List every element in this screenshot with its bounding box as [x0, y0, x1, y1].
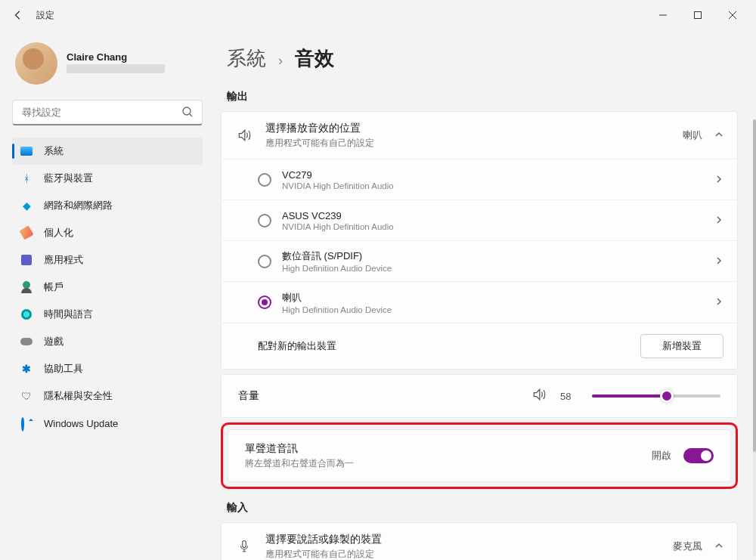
radio-unchecked-icon[interactable] [258, 255, 271, 268]
chevron-up-icon [714, 130, 723, 141]
close-icon [729, 11, 736, 19]
sidebar-item-label: 時間與語言 [44, 308, 93, 321]
radio-checked-icon[interactable] [258, 295, 271, 309]
add-device-button[interactable]: 新增裝置 [640, 334, 723, 358]
sidebar-item-privacy[interactable]: 🛡隱私權與安全性 [12, 382, 203, 410]
sidebar-item-windows-update[interactable]: Windows Update [12, 410, 203, 437]
search-icon [181, 106, 194, 121]
output-device-option[interactable]: ASUS VC239 NVIDIA High Definition Audio [222, 200, 737, 241]
sidebar-item-label: Windows Update [44, 418, 118, 429]
volume-card: 音量 58 [221, 374, 738, 418]
volume-slider-fill [592, 394, 667, 398]
content-pane: 系統 › 音效 輸出 選擇播放音效的位置 應用程式可能有自己的設定 喇叭 [212, 30, 756, 560]
svg-rect-1 [695, 12, 702, 19]
output-device-header[interactable]: 選擇播放音效的位置 應用程式可能有自己的設定 喇叭 [222, 112, 737, 159]
titlebar: 設定 [0, 0, 756, 30]
highlight-annotation: 單聲道音訊 將左聲道和右聲道合而為一 開啟 [221, 422, 738, 489]
sidebar-item-accessibility[interactable]: ✱協助工具 [12, 355, 203, 382]
sidebar-item-time-language[interactable]: 時間與語言 [12, 301, 203, 328]
search-input[interactable] [12, 100, 203, 125]
user-name: Claire Chang [67, 51, 165, 63]
output-device-subtitle: 應用程式可能有自己的設定 [265, 137, 671, 150]
arrow-left-icon [13, 10, 23, 20]
maximize-button[interactable] [680, 3, 715, 27]
page-title: 音效 [295, 45, 334, 72]
nav-list: 系統 ᚼ藍牙與裝置 ◆網路和網際網路 個人化 應用程式 帳戶 時間與語言 遊戲 … [12, 138, 203, 437]
volume-mute-icon[interactable] [531, 387, 547, 405]
user-block[interactable]: Claire Chang [12, 30, 203, 100]
speaker-icon [235, 128, 253, 143]
input-device-card: 選擇要說話或錄製的裝置 應用程式可能有自己的設定 麥克風 麥克風 [221, 522, 738, 560]
sidebar-item-gaming[interactable]: 遊戲 [12, 328, 203, 355]
device-name: 數位音訊 (S/PDIF) [282, 249, 704, 263]
chevron-right-icon [714, 255, 723, 268]
scrollbar-thumb[interactable] [753, 119, 756, 452]
input-device-current: 麥克風 [673, 540, 702, 553]
device-driver: NVIDIA High Definition Audio [282, 222, 704, 231]
chevron-right-icon [714, 173, 723, 187]
sidebar-item-label: 遊戲 [44, 335, 64, 348]
pair-device-label: 配對新的輸出裝置 [258, 339, 640, 353]
minimize-button[interactable] [646, 3, 680, 27]
sidebar-item-label: 協助工具 [44, 362, 83, 376]
device-driver: High Definition Audio Device [282, 305, 704, 314]
output-device-option[interactable]: 喇叭 High Definition Audio Device [222, 282, 737, 323]
mono-audio-card[interactable]: 單聲道音訊 將左聲道和右聲道合而為一 開啟 [228, 429, 731, 482]
device-name: VC279 [282, 169, 704, 181]
sidebar-item-bluetooth[interactable]: ᚼ藍牙與裝置 [12, 165, 203, 192]
sidebar-item-apps[interactable]: 應用程式 [12, 246, 203, 274]
output-device-option[interactable]: 數位音訊 (S/PDIF) High Definition Audio Devi… [222, 241, 737, 282]
sidebar-item-label: 應用程式 [44, 253, 83, 267]
device-name: 喇叭 [282, 291, 704, 305]
time-icon [20, 308, 33, 321]
radio-unchecked-icon[interactable] [258, 214, 271, 227]
update-icon [20, 416, 33, 430]
sidebar-item-system[interactable]: 系統 [12, 138, 203, 165]
sidebar-item-label: 藍牙與裝置 [44, 172, 93, 185]
volume-label: 音量 [238, 389, 259, 403]
mono-audio-title: 單聲道音訊 [245, 442, 640, 456]
radio-unchecked-icon[interactable] [258, 173, 271, 187]
output-device-title: 選擇播放音效的位置 [265, 122, 671, 135]
network-icon: ◆ [20, 199, 33, 212]
app-title: 設定 [36, 9, 54, 22]
mono-audio-toggle[interactable] [683, 448, 714, 463]
section-input-title: 輸入 [221, 497, 738, 522]
breadcrumb: 系統 › 音效 [221, 30, 738, 85]
close-button[interactable] [715, 3, 750, 27]
user-info: Claire Chang [67, 51, 165, 76]
window-controls [646, 3, 750, 27]
device-driver: NVIDIA High Definition Audio [282, 181, 704, 190]
sidebar-item-personalization[interactable]: 個人化 [12, 219, 203, 246]
sidebar-item-label: 帳戶 [44, 280, 64, 294]
output-device-option[interactable]: VC279 NVIDIA High Definition Audio [222, 159, 737, 200]
breadcrumb-parent[interactable]: 系統 [227, 45, 266, 72]
gaming-icon [20, 335, 33, 348]
microphone-icon [235, 539, 253, 554]
sidebar-item-network[interactable]: ◆網路和網際網路 [12, 192, 203, 219]
sidebar: Claire Chang 系統 ᚼ藍牙與裝置 ◆網路和網際網路 個人化 應用程式… [0, 30, 212, 560]
volume-slider-thumb[interactable] [660, 389, 674, 403]
input-device-header[interactable]: 選擇要說話或錄製的裝置 應用程式可能有自己的設定 麥克風 [222, 523, 737, 560]
device-name: ASUS VC239 [282, 210, 704, 221]
volume-value: 58 [560, 391, 578, 402]
chevron-right-icon: › [278, 53, 283, 69]
mono-audio-state: 開啟 [652, 449, 671, 463]
svg-line-5 [190, 114, 192, 116]
apps-icon [20, 253, 33, 267]
personalization-icon [20, 226, 33, 240]
chevron-right-icon [714, 295, 723, 309]
chevron-up-icon [714, 541, 723, 552]
accounts-icon [20, 280, 33, 294]
volume-slider[interactable] [592, 394, 720, 398]
back-button[interactable] [6, 3, 30, 27]
input-device-title: 選擇要說話或錄製的裝置 [265, 533, 661, 546]
sidebar-item-accounts[interactable]: 帳戶 [12, 274, 203, 301]
accessibility-icon: ✱ [20, 362, 33, 376]
section-output-title: 輸出 [221, 85, 738, 111]
input-device-subtitle: 應用程式可能有自己的設定 [265, 548, 661, 561]
search-box[interactable] [12, 100, 203, 125]
pair-device-row: 配對新的輸出裝置 新增裝置 [222, 323, 737, 369]
sidebar-item-label: 隱私權與安全性 [44, 389, 113, 403]
output-device-card: 選擇播放音效的位置 應用程式可能有自己的設定 喇叭 VC279 NVIDIA H… [221, 111, 738, 370]
